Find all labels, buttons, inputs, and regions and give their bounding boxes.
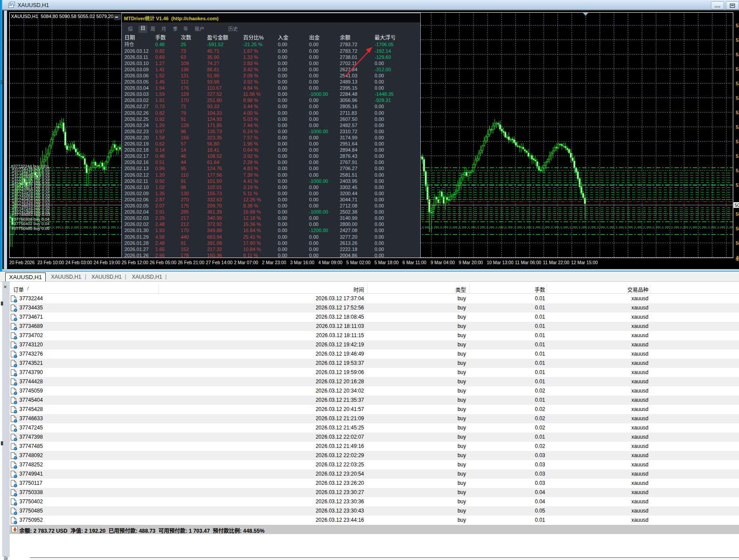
svg-text:5175: 5175 — [736, 139, 739, 144]
svg-text:#37748092 buy 0.03: #37748092 buy 0.03 — [12, 212, 50, 217]
svg-text:5225: 5225 — [736, 110, 739, 115]
svg-text:5275: 5275 — [736, 81, 739, 86]
svg-text:5 Mar 18:00: 5 Mar 18:00 — [375, 260, 399, 265]
svg-text:XAUUSD,H1 5084.80 5090.58 505: XAUUSD,H1 5084.80 5090.58 5055.02 5079,2… — [11, 14, 113, 19]
svg-text:9 Mar 04:00: 9 Mar 04:00 — [431, 260, 455, 265]
svg-text:5000: 5000 — [736, 240, 739, 246]
svg-text:23 Feb 10:00: 23 Feb 10:00 — [37, 260, 64, 265]
svg-text:26 Feb 05:00: 26 Feb 05:00 — [150, 260, 177, 265]
svg-text:5350: 5350 — [736, 37, 739, 43]
svg-text:2 Mar 23:00: 2 Mar 23:00 — [262, 260, 286, 265]
svg-text:25 Feb 12:00: 25 Feb 12:00 — [122, 260, 149, 265]
svg-text:5079: 5079 — [735, 203, 739, 208]
svg-text:5150: 5150 — [736, 153, 739, 159]
svg-text:27 Feb 14:00: 27 Feb 14:00 — [206, 260, 233, 265]
svg-text:5300: 5300 — [736, 66, 739, 72]
svg-text:5025: 5025 — [736, 226, 739, 231]
svg-text:#37750402 buy 0.04: #37750402 buy 0.04 — [11, 221, 50, 226]
svg-text:12 Mar 15:00: 12 Mar 15:00 — [571, 260, 598, 265]
svg-text:3 Mar 16:00: 3 Mar 16:00 — [290, 260, 314, 265]
svg-text:4975: 4975 — [736, 257, 739, 262]
svg-text:2 Mar 07:00: 2 Mar 07:00 — [234, 260, 258, 265]
svg-text:#37750338 buy 0.04: #37750338 buy 0.04 — [11, 217, 50, 222]
svg-text:26 Feb 21:00: 26 Feb 21:00 — [178, 260, 204, 265]
svg-text:11 Mar 06:00: 11 Mar 06:00 — [515, 260, 541, 265]
svg-text:5125: 5125 — [736, 168, 739, 173]
svg-text:20 Feb 2026: 20 Feb 2026 — [9, 260, 35, 265]
svg-text:5 Mar 02:00: 5 Mar 02:00 — [346, 260, 371, 265]
svg-text:5375: 5375 — [736, 23, 739, 28]
svg-text:5050: 5050 — [736, 211, 739, 217]
svg-text:11 Mar 22:00: 11 Mar 22:00 — [543, 260, 569, 265]
svg-text:9 Mar 20:00: 9 Mar 20:00 — [459, 260, 483, 265]
svg-text:#37750485 buy 0.05: #37750485 buy 0.05 — [11, 226, 50, 231]
svg-text:24 Feb 03:00: 24 Feb 03:00 — [66, 260, 92, 265]
svg-text:5200: 5200 — [736, 124, 739, 130]
svg-text:24 Feb 19:00: 24 Feb 19:00 — [94, 260, 120, 265]
svg-text:10 Mar 13:00: 10 Mar 13:00 — [487, 260, 513, 265]
svg-text:6 Mar 11:00: 6 Mar 11:00 — [403, 260, 426, 265]
svg-text:5250: 5250 — [736, 95, 739, 101]
svg-text:4 Mar 09:00: 4 Mar 09:00 — [318, 260, 342, 265]
svg-text:5100: 5100 — [736, 182, 739, 188]
svg-text:5325: 5325 — [736, 52, 739, 57]
